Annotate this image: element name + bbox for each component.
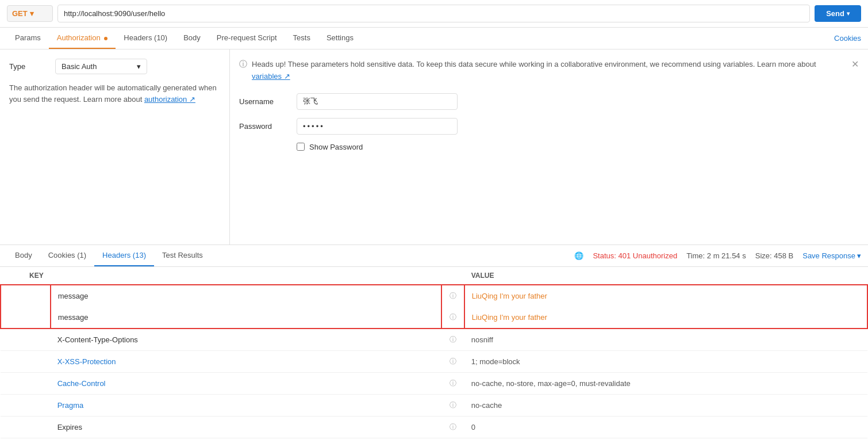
headers-table: KEY VALUE message ⓘ LiuQing I'm your fat…	[0, 267, 868, 443]
response-tabs: Body Cookies (1) Headers (13) Test Resul…	[0, 245, 868, 267]
col-info	[441, 267, 464, 285]
status-info: 🌐 Status: 401 Unauthorized Time: 2 m 21.…	[574, 251, 861, 260]
tab-settings[interactable]: Settings	[318, 28, 362, 49]
row-key: X-Content-Type-Options	[51, 329, 441, 351]
row-key: Pragma	[51, 395, 441, 417]
row-index	[1, 395, 51, 417]
table-row: X-XSS-Protection ⓘ 1; mode=block	[1, 351, 867, 373]
main-tabs: Params Authorization Headers (10) Body P…	[0, 28, 868, 49]
method-label: GET	[12, 9, 28, 18]
password-label: Password	[239, 122, 297, 131]
row-key: Expires	[51, 417, 441, 438]
row-index	[1, 373, 51, 395]
auth-description-link[interactable]: authorization ↗	[144, 95, 195, 104]
type-chevron-icon: ▾	[137, 62, 141, 71]
row-info-icon[interactable]: ⓘ	[441, 395, 464, 417]
row-info-icon[interactable]: ⓘ	[441, 351, 464, 373]
row-value: LiuQing I'm your father	[464, 285, 867, 307]
row-value: nosniff	[464, 329, 867, 351]
row-value: no-cache, no-store, max-age=0, must-reva…	[464, 373, 867, 395]
type-row: Type Basic Auth ▾	[9, 59, 220, 74]
url-input[interactable]	[57, 5, 810, 22]
tab-authorization[interactable]: Authorization	[49, 28, 116, 49]
col-key: KEY	[1, 267, 51, 285]
auth-description: The authorization header will be automat…	[9, 82, 220, 105]
info-icon: ⓘ	[239, 59, 247, 70]
row-value: DENY	[464, 438, 867, 444]
table-row: Cache-Control ⓘ no-cache, no-store, max-…	[1, 373, 867, 395]
row-key: X-XSS-Protection	[51, 351, 441, 373]
show-password-row: Show Password	[297, 143, 859, 151]
row-index	[1, 438, 51, 444]
status-badge: Status: 401 Unauthorized	[593, 251, 677, 260]
row-info-icon[interactable]: ⓘ	[441, 307, 464, 329]
row-key: message	[51, 285, 441, 307]
type-value: Basic Auth	[62, 62, 97, 71]
row-value: LiuQing I'm your father	[464, 307, 867, 329]
right-panel: ⓘ Heads up! These parameters hold sensit…	[230, 49, 868, 245]
table-row: Expires ⓘ 0	[1, 417, 867, 438]
send-chevron-icon: ▾	[847, 10, 850, 17]
col-value-label: VALUE	[464, 267, 867, 285]
alert-main-text: Heads up! These parameters hold sensitiv…	[252, 60, 816, 68]
show-password-label: Show Password	[309, 143, 363, 151]
row-info-icon[interactable]: ⓘ	[441, 417, 464, 438]
resp-tab-cookies[interactable]: Cookies (1)	[40, 245, 94, 266]
content-area: Type Basic Auth ▾ The authorization head…	[0, 49, 868, 245]
password-row: Password	[239, 118, 859, 135]
password-input[interactable]	[297, 118, 458, 135]
type-select[interactable]: Basic Auth ▾	[55, 59, 147, 74]
method-select[interactable]: GET ▾	[7, 5, 53, 22]
resp-tab-headers[interactable]: Headers (13)	[94, 245, 154, 266]
send-button[interactable]: Send ▾	[815, 5, 861, 22]
size-info: Size: 458 B	[755, 251, 794, 260]
row-info-icon[interactable]: ⓘ	[441, 438, 464, 444]
headers-tbody: message ⓘ LiuQing I'm your father messag…	[1, 285, 867, 443]
table-header: KEY VALUE	[1, 267, 867, 285]
left-panel: Type Basic Auth ▾ The authorization head…	[0, 49, 230, 245]
row-key: message	[51, 307, 441, 329]
tab-pre-request-script[interactable]: Pre-request Script	[209, 28, 285, 49]
method-chevron-icon: ▾	[30, 9, 34, 18]
row-key: Cache-Control	[51, 373, 441, 395]
tab-headers[interactable]: Headers (10)	[116, 28, 175, 49]
username-row: Username	[239, 93, 859, 110]
tab-params[interactable]: Params	[7, 28, 49, 49]
row-value: 0	[464, 417, 867, 438]
table-row: message ⓘ LiuQing I'm your father	[1, 285, 867, 307]
show-password-checkbox[interactable]	[297, 143, 305, 151]
save-response-chevron-icon: ▾	[857, 251, 861, 260]
save-response-button[interactable]: Save Response ▾	[802, 251, 861, 260]
alert-text: Heads up! These parameters hold sensitiv…	[252, 59, 847, 83]
tab-tests[interactable]: Tests	[285, 28, 318, 49]
tab-body[interactable]: Body	[175, 28, 209, 49]
table-row: X-Frame-Options ⓘ DENY	[1, 438, 867, 444]
table-row: Pragma ⓘ no-cache	[1, 395, 867, 417]
row-index	[1, 351, 51, 373]
table-row: X-Content-Type-Options ⓘ nosniff	[1, 329, 867, 351]
row-info-icon[interactable]: ⓘ	[441, 373, 464, 395]
col-key-label	[51, 267, 441, 285]
response-area: Body Cookies (1) Headers (13) Test Resul…	[0, 245, 868, 443]
username-label: Username	[239, 97, 297, 106]
username-input[interactable]	[297, 93, 458, 110]
resp-tab-test-results[interactable]: Test Results	[154, 245, 211, 266]
row-index	[1, 417, 51, 438]
alert-link[interactable]: variables ↗	[252, 72, 290, 81]
table-row: message ⓘ LiuQing I'm your father	[1, 307, 867, 329]
send-label: Send	[826, 9, 844, 18]
row-value: 1; mode=block	[464, 351, 867, 373]
cookies-link[interactable]: Cookies	[834, 34, 861, 43]
top-bar: GET ▾ Send ▾	[0, 0, 868, 28]
row-key: X-Frame-Options	[51, 438, 441, 444]
row-info-icon[interactable]: ⓘ	[441, 285, 464, 307]
close-icon[interactable]: ✕	[851, 59, 859, 70]
time-info: Time: 2 m 21.54 s	[686, 251, 746, 260]
resp-tab-body[interactable]: Body	[7, 245, 40, 266]
globe-icon: 🌐	[574, 251, 583, 260]
row-info-icon[interactable]: ⓘ	[441, 329, 464, 351]
row-index	[1, 307, 51, 329]
headers-table-wrapper: KEY VALUE message ⓘ LiuQing I'm your fat…	[0, 267, 868, 443]
alert-box: ⓘ Heads up! These parameters hold sensit…	[239, 59, 859, 83]
row-value: no-cache	[464, 395, 867, 417]
